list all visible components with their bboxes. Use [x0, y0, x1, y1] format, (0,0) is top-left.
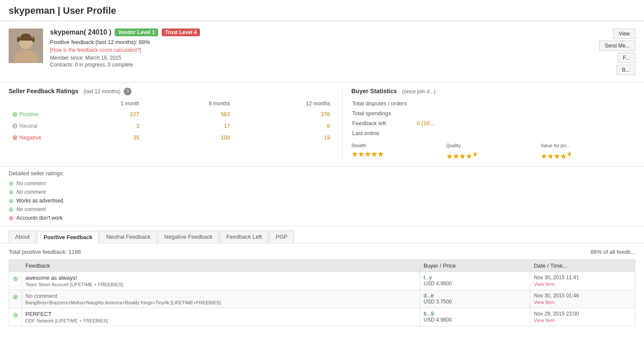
- feedback-icon-cell: ⊕: [9, 290, 22, 308]
- follow-button[interactable]: F...: [617, 53, 635, 63]
- block-button[interactable]: B...: [616, 65, 635, 75]
- positive-label: Positive: [19, 111, 39, 117]
- trust-badge: Trust Level 4: [162, 28, 200, 36]
- table-row: ⊖ Neutral 3 17 6: [9, 120, 334, 132]
- negative-1month: 35: [60, 132, 143, 143]
- positive-icon: ⊕: [13, 275, 18, 282]
- feedback-total: Total positive feedback: 1186: [9, 249, 81, 255]
- comment-text: No comment: [16, 180, 46, 186]
- stat-label: Feedback left: [352, 119, 413, 128]
- profile-username: skypeman( 24010 ) Vendor Level 1 Trust L…: [50, 28, 592, 36]
- neutral-icon: ⊖: [12, 122, 18, 130]
- tab-neutral-feedback[interactable]: Neutral Feedback: [100, 230, 157, 243]
- star-quality-label: Quality: [446, 143, 541, 148]
- comment-text: No comment: [16, 189, 46, 195]
- seller-feedback-title: Seller Feedback Ratings: [9, 88, 78, 95]
- positive-icon: ⊕: [13, 293, 18, 300]
- negative-12months: 19: [234, 132, 334, 143]
- comment-row: ⊕ No comment: [9, 179, 635, 188]
- col-date-header: Date / Time...: [530, 260, 635, 272]
- comment-row: ⊕ Works as advertised.: [9, 196, 635, 205]
- tab-positive-feedback[interactable]: Positive Feedback: [37, 231, 99, 243]
- view-button[interactable]: View: [613, 28, 635, 39]
- col-feedback-header: Feedback: [22, 260, 420, 272]
- positive-comment-icon: ⊕: [9, 206, 14, 213]
- stat-row: Last online: [352, 129, 635, 138]
- stat-value: [413, 109, 635, 118]
- positive-comment-icon: ⊕: [9, 197, 14, 204]
- col-12months: 12 months: [234, 99, 334, 108]
- star-stealth-label: Stealth: [351, 143, 446, 148]
- buyer-link[interactable]: b...9: [424, 311, 527, 317]
- star-stealth: ★★★★★: [351, 149, 446, 159]
- buyer-stats-period: (since join d...): [402, 88, 435, 95]
- feedback-cell: No comment BangBros+Brazzers+Mofos+Naugh…: [22, 290, 420, 308]
- vendor-badge: Vendor Level 1: [115, 28, 158, 36]
- buyer-stats-title: Buyer Statistics: [351, 88, 397, 95]
- star-value: ★★★★★: [541, 149, 635, 161]
- view-item-link[interactable]: View Item: [534, 318, 631, 323]
- negative-icon: ⊗: [12, 133, 18, 142]
- col-6months: 6 months: [143, 99, 234, 108]
- feedback-text: PERFECT: [25, 311, 416, 317]
- help-button[interactable]: ?: [124, 88, 131, 95]
- comment-text: No comment: [16, 206, 46, 212]
- list-item: ⊕ awesome as always! Team Skeet Account …: [9, 272, 635, 290]
- list-item: ⊕ No comment BangBros+Brazzers+Mofos+Nau…: [9, 290, 635, 308]
- stat-value: [413, 99, 635, 108]
- neutral-6months: 17: [143, 120, 234, 132]
- feedback-table: Feedback Buyer / Price Date / Time... ⊕ …: [9, 259, 635, 326]
- contracts: Contracts: 0 in progress, 0 complete: [50, 62, 592, 68]
- buyer-cell: t...y USD 4.9900: [420, 272, 530, 290]
- col-buyer-header: Buyer / Price: [420, 260, 530, 272]
- comment-row: ⊕ No comment: [9, 205, 635, 214]
- feedback-sub: DDF Network [LIFETIME + FREEBIES]: [25, 318, 416, 323]
- feedback-sub: Team Skeet Account [LIFETIME + FREEBIES]: [25, 282, 416, 287]
- positive-comment-icon: ⊕: [9, 180, 14, 187]
- comment-text: Accounts don't work: [16, 215, 63, 221]
- buyer-link[interactable]: t...y: [424, 275, 527, 281]
- stat-label: Last online: [352, 129, 413, 138]
- comment-row: ⊕ No comment: [9, 188, 635, 196]
- view-item-link[interactable]: View Item: [534, 300, 631, 305]
- buyer-cell: d...e USD 3.7500: [420, 290, 530, 308]
- date-cell: Nov 30, 2015 01:46 View Item: [530, 290, 635, 308]
- feedback-date: Nov 30, 2015 01:46: [534, 293, 631, 299]
- neutral-1month: 3: [60, 120, 143, 132]
- stat-row: Total spendings: [352, 109, 635, 118]
- feedback-icon-cell: ⊕: [9, 272, 22, 290]
- negative-comment-icon: ⊗: [9, 215, 14, 221]
- page-title: skypeman | User Profile: [9, 5, 635, 16]
- member-since: Member since: March 18, 2015: [50, 55, 592, 61]
- send-message-button[interactable]: Send Me...: [599, 41, 635, 51]
- seller-feedback-period: (last 12 months): [83, 88, 120, 95]
- stat-label: Total spendings: [352, 109, 413, 118]
- avatar: [9, 28, 43, 63]
- neutral-12months: 6: [234, 120, 334, 132]
- positive-icon: ⊕: [13, 311, 18, 319]
- stat-value: 0 (10...: [413, 119, 635, 128]
- neutral-label: Neutral: [19, 123, 38, 129]
- positive-12months: 376: [234, 108, 334, 120]
- tab-pgp[interactable]: PGP: [269, 230, 294, 243]
- tab-feedback-left[interactable]: Feedback Left: [220, 230, 268, 243]
- negative-6months: 100: [143, 132, 234, 143]
- list-item: ⊕ PERFECT DDF Network [LIFETIME + FREEBI…: [9, 308, 635, 326]
- col-icon-header: [9, 260, 22, 272]
- comment-row: ⊗ Accounts don't work: [9, 214, 635, 222]
- star-quality: ★★★★★: [446, 149, 541, 161]
- positive-1month: 227: [60, 108, 143, 120]
- feedback-date: Nov 29, 2015 23:00: [534, 311, 631, 317]
- buyer-link[interactable]: d...e: [424, 293, 527, 299]
- stat-row: Feedback left 0 (10...: [352, 119, 635, 128]
- tab-about[interactable]: About: [9, 230, 36, 243]
- col-1month: 1 month: [60, 99, 143, 108]
- table-row: ⊗ Negative 35 100 19: [9, 132, 334, 143]
- feedback-calc-link[interactable]: [How is the feedback score calculated?]: [50, 47, 141, 53]
- view-item-link[interactable]: View Item: [534, 281, 631, 287]
- table-row: ⊕ Positive 227 583 376: [9, 108, 334, 120]
- tab-negative-feedback[interactable]: Negative Feedback: [158, 230, 219, 243]
- feedback-price: USD 4.9900: [424, 281, 452, 287]
- stat-row: Total disputes / orders: [352, 99, 635, 108]
- feedback-sub: BangBros+Brazzers+Mofos+Naughty America+…: [25, 300, 416, 305]
